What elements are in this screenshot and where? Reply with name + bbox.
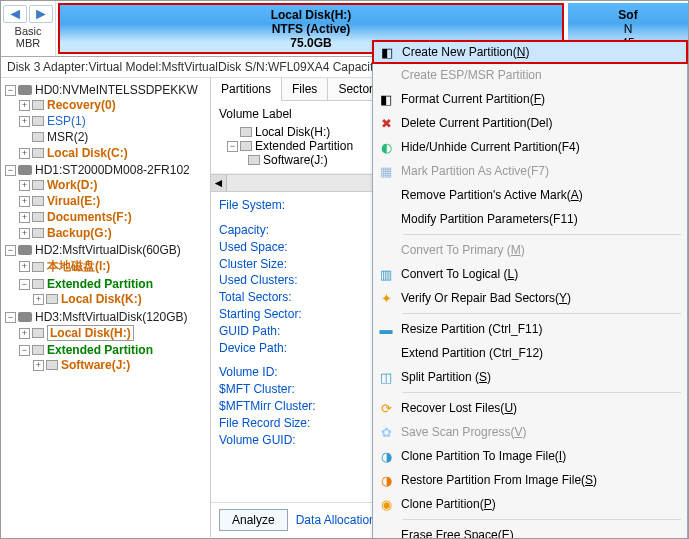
menu-item[interactable]: ◑Restore Partition From Image File(S) (373, 468, 687, 492)
context-menu: ◧Create New Partition(N)Create ESP/MSR P… (372, 40, 688, 539)
menu-item-icon: ◑ (377, 473, 395, 488)
menu-item[interactable]: Extend Partition (Ctrl_F12) (373, 341, 687, 365)
partition2-fs: N (624, 22, 633, 36)
menu-item-label: Convert To Primary (M) (401, 243, 679, 257)
menu-item[interactable]: ◫Split Partition (S) (373, 365, 687, 389)
partition-size: 75.0GB (290, 36, 331, 50)
menu-item[interactable]: ◧Create New Partition(N) (372, 40, 688, 64)
menu-item-label: Clone Partition(P) (401, 497, 679, 511)
tree-vol-msr[interactable]: MSR(2) (19, 130, 208, 144)
menu-item[interactable]: ◧Format Current Partition(F) (373, 87, 687, 111)
menu-item[interactable]: Modify Partition Parameters(F11) (373, 207, 687, 231)
analyze-button[interactable]: Analyze (219, 509, 288, 531)
menu-item[interactable]: ✖Delete Current Partition(Del) (373, 111, 687, 135)
partition-fs: NTFS (Active) (272, 22, 351, 36)
menu-item-icon: ▬ (377, 322, 395, 337)
tab-files[interactable]: Files (282, 78, 328, 100)
tree-vol-recovery[interactable]: +Recovery(0) (19, 98, 208, 112)
tree-vol-d[interactable]: +Work(D:) (19, 178, 208, 192)
tree-vol-e[interactable]: +Virual(E:) (19, 194, 208, 208)
menu-item[interactable]: ◑Clone Partition To Image File(I) (373, 444, 687, 468)
menu-item-label: Mark Partition As Active(F7) (401, 164, 679, 178)
menu-item[interactable]: ⟳Recover Lost Files(U) (373, 396, 687, 420)
menu-item-label: Resize Partition (Ctrl_F11) (401, 322, 679, 336)
menu-item: Create ESP/MSR Partition (373, 63, 687, 87)
menu-item-label: Delete Current Partition(Del) (401, 116, 679, 130)
nav-forward-icon[interactable]: ► (29, 5, 53, 23)
menu-item-label: Create New Partition(N) (402, 45, 678, 59)
menu-item[interactable]: Erase Free Space(E) (373, 523, 687, 539)
nav-label-mbr: MBR (3, 37, 53, 49)
partition-name: Local Disk(H:) (271, 8, 352, 22)
tree-disk-3[interactable]: −HD3:MsftVirtualDisk(120GB) (5, 310, 208, 324)
menu-item[interactable]: ◉Clone Partition(P) (373, 492, 687, 516)
menu-item-label: Recover Lost Files(U) (401, 401, 679, 415)
menu-item-label: Verify Or Repair Bad Sectors(Y) (401, 291, 679, 305)
menu-item-icon: ✖ (377, 116, 395, 131)
menu-item: ▦Mark Partition As Active(F7) (373, 159, 687, 183)
menu-item-label: Erase Free Space(E) (401, 528, 679, 539)
menu-item-icon: ◫ (377, 370, 395, 385)
tree-disk-2[interactable]: −HD2:MsftVirtualDisk(60GB) (5, 243, 208, 257)
menu-item[interactable]: ✦Verify Or Repair Bad Sectors(Y) (373, 286, 687, 310)
tree-ext-3[interactable]: −Extended Partition (19, 343, 208, 357)
disk-tree[interactable]: −HD0:NVMeINTELSSDPEKKW +Recovery(0) +ESP… (1, 78, 211, 537)
nav-back-icon[interactable]: ◄ (3, 5, 27, 23)
menu-item-icon: ◧ (377, 92, 395, 107)
menu-item-icon: ⟳ (377, 401, 395, 416)
menu-item[interactable]: ▬Resize Partition (Ctrl_F11) (373, 317, 687, 341)
menu-item-label: Hide/Unhide Current Partition(F4) (401, 140, 679, 154)
menu-item[interactable]: Remove Partition's Active Mark(A) (373, 183, 687, 207)
tree-disk-1[interactable]: −HD1:ST2000DM008-2FR102 (5, 163, 208, 177)
disk-icon (18, 85, 32, 95)
data-allocation-link[interactable]: Data Allocation: (296, 513, 379, 527)
partition2-name: Sof (618, 8, 637, 22)
menu-item-label: Create ESP/MSR Partition (401, 68, 679, 82)
menu-item-label: Format Current Partition(F) (401, 92, 679, 106)
menu-item-label: Split Partition (S) (401, 370, 679, 384)
volume-icon (32, 100, 44, 110)
menu-item-label: Modify Partition Parameters(F11) (401, 212, 679, 226)
menu-item-icon: ◑ (377, 449, 395, 464)
tree-disk-0[interactable]: −HD0:NVMeINTELSSDPEKKW (5, 83, 208, 97)
tab-partitions[interactable]: Partitions (211, 78, 282, 101)
menu-item: ✿Save Scan Progress(V) (373, 420, 687, 444)
tree-vol-g[interactable]: +Backup(G:) (19, 226, 208, 240)
tree-vol-h[interactable]: +Local Disk(H:) (19, 325, 208, 341)
menu-item-label: Extend Partition (Ctrl_F12) (401, 346, 679, 360)
tree-vol-esp[interactable]: +ESP(1) (19, 114, 208, 128)
menu-item-icon: ◉ (377, 497, 395, 512)
menu-item-label: Remove Partition's Active Mark(A) (401, 188, 679, 202)
nav-label-basic: Basic (3, 25, 53, 37)
menu-item-icon: ▦ (377, 164, 395, 179)
tree-vol-k[interactable]: +Local Disk(K:) (33, 292, 208, 306)
menu-item-icon: ◧ (378, 45, 396, 60)
nav-buttons: ◄ ► Basic MBR (1, 1, 56, 56)
menu-item-icon: ◐ (377, 140, 395, 155)
menu-item-label: Clone Partition To Image File(I) (401, 449, 679, 463)
tree-vol-c[interactable]: +Local Disk(C:) (19, 146, 208, 160)
menu-item-icon: ✿ (377, 425, 395, 440)
menu-item[interactable]: ◐Hide/Unhide Current Partition(F4) (373, 135, 687, 159)
menu-item-icon: ▥ (377, 267, 395, 282)
menu-item-icon: ✦ (377, 291, 395, 306)
tree-vol-i[interactable]: +本地磁盘(I:) (19, 258, 208, 275)
scroll-left-icon[interactable]: ◄ (211, 175, 227, 191)
tree-vol-j[interactable]: +Software(J:) (33, 358, 208, 372)
menu-item-label: Save Scan Progress(V) (401, 425, 679, 439)
tree-vol-f[interactable]: +Documents(F:) (19, 210, 208, 224)
menu-item-label: Convert To Logical (L) (401, 267, 679, 281)
menu-item-label: Restore Partition From Image File(S) (401, 473, 679, 487)
menu-item: Convert To Primary (M) (373, 238, 687, 262)
menu-item[interactable]: ▥Convert To Logical (L) (373, 262, 687, 286)
tree-ext-2[interactable]: −Extended Partition (19, 277, 208, 291)
